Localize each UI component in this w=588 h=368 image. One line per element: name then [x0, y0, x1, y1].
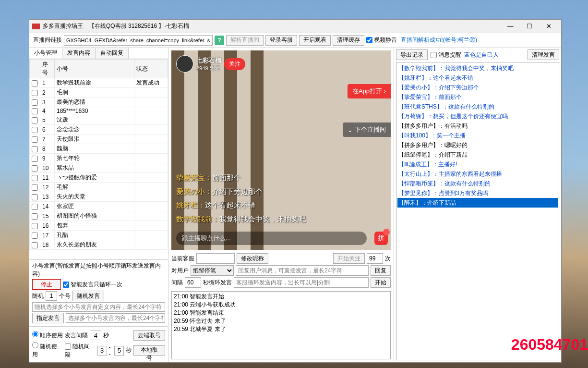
cs-input[interactable]: [196, 253, 235, 264]
assign-speak-button[interactable]: 指定发言: [32, 313, 64, 323]
remind-checkbox[interactable]: [431, 52, 437, 58]
pdd-icon[interactable]: 拼: [374, 232, 388, 245]
mute-checkbox[interactable]: [366, 37, 372, 43]
list-item[interactable]: 【叫我100】：笑一个主播: [397, 131, 558, 140]
rand-max-input[interactable]: [114, 346, 124, 356]
table-row[interactable]: 4185****1630: [30, 107, 168, 115]
clear-cache-button[interactable]: 清理缓存: [333, 35, 364, 46]
seq-radio[interactable]: [32, 331, 38, 337]
message-list[interactable]: 【数学毁我前】：我觉得我会中奖，来抽奖吧【姚牙栏】：这个看起来不错【爱哭の小】：…: [396, 62, 559, 360]
row-checkbox[interactable]: [32, 175, 38, 181]
table-row[interactable]: 6念念念念: [30, 125, 168, 135]
table-row[interactable]: 12毛解: [30, 183, 168, 192]
table-row[interactable]: 2毛涧: [30, 88, 168, 98]
user-select[interactable]: 纸邹停笔: [191, 265, 234, 276]
assign-content-input[interactable]: [66, 313, 165, 323]
gap-input[interactable]: [185, 277, 201, 288]
row-checkbox[interactable]: [32, 108, 38, 114]
interval-input[interactable]: [90, 331, 101, 340]
watch-button[interactable]: 开启观看: [299, 35, 331, 46]
row-checkbox[interactable]: [32, 242, 38, 248]
clear-msgs-button[interactable]: 清理发言: [528, 49, 559, 60]
list-item[interactable]: 【挚爱荣宝】：前面那个: [397, 92, 558, 102]
row-checkbox[interactable]: [32, 156, 38, 162]
list-item[interactable]: 【拼多多用户】：有活动吗: [397, 121, 558, 131]
login-button[interactable]: 登录客服: [265, 35, 297, 46]
rand-interval-checkbox[interactable]: [65, 343, 71, 350]
table-row[interactable]: 5沈谖: [30, 115, 168, 125]
table-row[interactable]: 10紫水晶: [30, 163, 168, 173]
list-item[interactable]: 【醉禾】：介绍下新品: [397, 198, 558, 208]
list-item[interactable]: 【姚牙栏】：这个看起来不错: [397, 73, 558, 83]
table-row[interactable]: 14张寂匠: [30, 202, 168, 211]
row-checkbox[interactable]: [32, 136, 38, 143]
export-button[interactable]: 导出记录: [396, 49, 428, 60]
table-row[interactable]: 8魏脑: [30, 144, 168, 154]
table-row[interactable]: 3最美的恋情: [30, 98, 168, 107]
seq-radio-label[interactable]: 顺序使用: [32, 331, 63, 340]
smart-once-checkbox[interactable]: [63, 282, 69, 288]
remind-label[interactable]: 消息提醒: [431, 51, 461, 59]
list-item[interactable]: 【纸邹停笔】：介绍下新品: [397, 150, 558, 159]
list-item[interactable]: 【爱哭の小】：介绍下旁边那个: [397, 83, 558, 92]
open-app-button[interactable]: 在App打开 ›: [348, 84, 391, 98]
reply-input[interactable]: [236, 265, 369, 276]
row-checkbox[interactable]: [32, 233, 38, 239]
table-row[interactable]: 9第七年轮: [30, 154, 168, 163]
table-row[interactable]: 7天使眼泪: [30, 135, 168, 144]
close-button[interactable]: ✕: [539, 20, 558, 33]
row-checkbox[interactable]: [32, 194, 38, 200]
loop-input[interactable]: [234, 277, 369, 288]
rand-radio-label[interactable]: 随机使用: [32, 342, 63, 359]
table-row[interactable]: 17孔醋: [30, 231, 168, 240]
url-input[interactable]: [64, 35, 213, 46]
random-speak-button[interactable]: 随机发言: [72, 291, 104, 301]
next-stream-button[interactable]: ⌄ 下个直播间: [343, 123, 391, 137]
list-item[interactable]: 【万苟缘】：想买，但是这个价还有便宜吗: [397, 111, 558, 121]
row-checkbox[interactable]: [32, 99, 38, 106]
chat-input[interactable]: 跟主播聊点什么...: [176, 232, 367, 245]
start-follow-button[interactable]: 开始关注: [333, 253, 365, 264]
list-item[interactable]: 【太行山上】：主播家的东西看起来很棒: [397, 169, 558, 179]
tab-accounts[interactable]: 小号管理: [29, 48, 62, 59]
row-checkbox[interactable]: [32, 90, 38, 96]
start-button[interactable]: 开始: [371, 277, 391, 288]
list-item[interactable]: 【拼多多用户】：嗯呢好的: [397, 140, 558, 150]
minimize-button[interactable]: —: [501, 20, 520, 33]
table-row[interactable]: 18永久长远的朋友: [30, 240, 168, 250]
row-checkbox[interactable]: [32, 223, 38, 229]
table-row[interactable]: 16包弃: [30, 221, 168, 231]
custom-content-input[interactable]: [32, 302, 165, 312]
help-icon[interactable]: ?: [215, 36, 224, 45]
row-checkbox[interactable]: [32, 213, 38, 220]
row-checkbox[interactable]: [32, 80, 38, 86]
row-checkbox[interactable]: [32, 165, 38, 172]
list-item[interactable]: 【数学毁我前】：我觉得我会中奖，来抽奖吧: [397, 63, 558, 73]
local-pick-button[interactable]: 本地取号: [133, 345, 165, 356]
rand-interval-label[interactable]: 随机间隔: [65, 343, 96, 359]
avatar[interactable]: [176, 55, 193, 73]
maximize-button[interactable]: ☐: [520, 20, 539, 33]
random-count-input[interactable]: [46, 291, 57, 301]
table-row[interactable]: 15胡图图的小怪猫: [30, 211, 168, 221]
row-checkbox[interactable]: [32, 127, 38, 133]
follow-count-input[interactable]: [367, 253, 383, 264]
follow-button[interactable]: 关注: [224, 58, 245, 70]
smart-once-label[interactable]: 智能发言只循环一次: [63, 281, 122, 289]
reply-button[interactable]: 回复: [371, 265, 391, 276]
nick-button[interactable]: 修改昵称: [237, 253, 268, 264]
parse-button[interactable]: 解析直播间: [226, 35, 264, 46]
rand-min-input[interactable]: [97, 346, 107, 356]
row-checkbox[interactable]: [32, 204, 38, 210]
mute-checkbox-label[interactable]: 视频静音: [366, 36, 397, 44]
list-item[interactable]: 【Ⅲ.論成王】：主播好!: [397, 159, 558, 169]
rand-radio[interactable]: [32, 342, 38, 348]
row-checkbox[interactable]: [32, 146, 38, 152]
event-log[interactable]: 21:00 智能发言开始21:00 云端小号获取成功21:00 智能发言结束20…: [171, 291, 391, 359]
list-item[interactable]: 【梦里见你】：点赞到3万有奖品吗: [397, 188, 558, 198]
list-item[interactable]: 【班代君STHS】：这款有什么特别的: [397, 102, 558, 111]
tab-autoreply[interactable]: 自动回复: [96, 48, 129, 59]
row-checkbox[interactable]: [32, 117, 38, 123]
tab-content[interactable]: 发言内容: [62, 48, 96, 59]
table-row[interactable]: 13失火的天堂: [30, 192, 168, 202]
